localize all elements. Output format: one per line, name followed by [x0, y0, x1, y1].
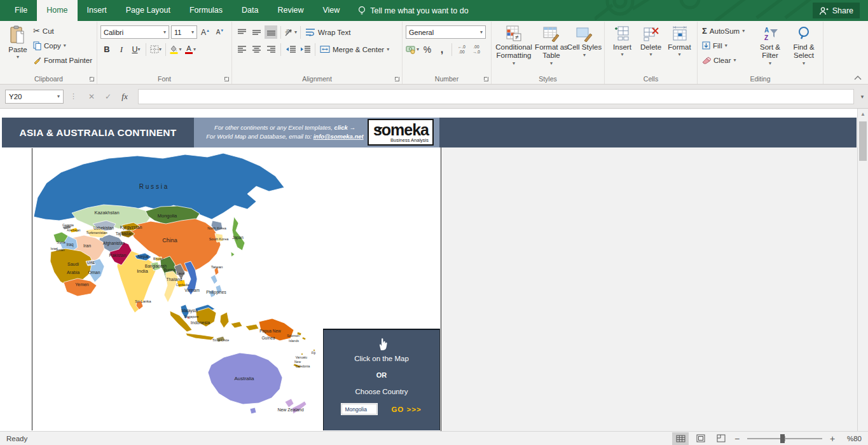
tab-formulas[interactable]: Formulas: [180, 0, 232, 21]
number-format-combo[interactable]: General▾: [406, 25, 486, 39]
map-label-timor-leste: Timor-Leste: [212, 338, 230, 342]
status-bar: Ready − + %80: [0, 431, 868, 445]
tab-home[interactable]: Home: [37, 0, 77, 21]
font-color-button[interactable]: A▾: [184, 43, 196, 56]
conditional-formatting-button[interactable]: ≠ Conditional Formatting▾: [495, 24, 533, 74]
formula-input[interactable]: [138, 89, 854, 104]
tab-view[interactable]: View: [313, 0, 349, 21]
fill-button[interactable]: Fill▾: [701, 38, 752, 53]
align-top-button[interactable]: [235, 25, 248, 39]
banner-email-link[interactable]: info@someka.net: [313, 133, 364, 140]
number-dialog-launcher[interactable]: [484, 77, 488, 81]
clear-button[interactable]: Clear▾: [701, 53, 752, 67]
sort-filter-button[interactable]: AZ Sort & Filter▾: [754, 24, 787, 74]
format-cells-label: Format: [668, 43, 691, 51]
normal-view-button[interactable]: [672, 432, 689, 445]
tab-page-layout[interactable]: Page Layout: [116, 0, 180, 21]
country-yemen[interactable]: [64, 278, 97, 296]
italic-button[interactable]: I: [115, 43, 128, 56]
hand-cursor-icon: [374, 336, 389, 351]
comma-icon: ,: [441, 44, 443, 55]
cut-button[interactable]: ✂Cut: [32, 24, 93, 38]
cell-styles-button[interactable]: Cell Styles▾: [570, 24, 599, 74]
wrap-text-button[interactable]: Wrap Text: [304, 25, 352, 39]
font-name-combo[interactable]: Calibri▾: [100, 25, 169, 39]
delete-cells-button[interactable]: Delete▾: [637, 24, 665, 74]
panel-or: OR: [376, 371, 387, 379]
format-cells-button[interactable]: Format▾: [665, 24, 694, 74]
bold-label: B: [104, 44, 109, 54]
increase-indent-button[interactable]: [299, 43, 312, 56]
expand-formula-bar-button[interactable]: ▾: [857, 93, 868, 100]
paste-button[interactable]: Paste ▾: [4, 24, 32, 67]
dropdown-arrow-icon: ▾: [480, 30, 483, 35]
alignment-dialog-launcher[interactable]: [395, 77, 399, 81]
map-label-fiji: Fiji: [312, 351, 315, 355]
bold-button[interactable]: B: [100, 43, 113, 56]
merge-center-button[interactable]: Merge & Center▾: [319, 42, 390, 57]
align-middle-button[interactable]: [250, 25, 263, 39]
zoom-in-button[interactable]: +: [829, 434, 836, 444]
tab-list: FileHomeInsertPage LayoutFormulasDataRev…: [5, 0, 349, 21]
scrollbar-thumb[interactable]: [859, 121, 867, 161]
align-left-button[interactable]: [235, 43, 248, 56]
name-box[interactable]: Y20▾: [5, 90, 64, 104]
align-center-button[interactable]: [250, 43, 263, 56]
country-dropdown[interactable]: Mongolia: [341, 404, 377, 414]
zoom-out-button[interactable]: −: [733, 434, 741, 444]
borders-button[interactable]: ▾: [149, 43, 162, 56]
comma-button[interactable]: ,: [436, 43, 448, 56]
divider: [280, 43, 281, 56]
dropdown-arrow-icon: ▾: [513, 61, 515, 66]
scroll-up-arrow[interactable]: ▲: [858, 109, 868, 120]
insert-function-button[interactable]: fx: [116, 92, 133, 102]
orientation-button[interactable]: ab▾: [284, 25, 297, 39]
insert-cells-button[interactable]: Insert▾: [608, 24, 637, 74]
decrease-indent-button[interactable]: [284, 43, 297, 56]
tab-insert[interactable]: Insert: [78, 0, 116, 21]
page-layout-view-button[interactable]: [692, 432, 709, 445]
map-label-syria: Syria: [57, 240, 65, 244]
increase-decimal-button[interactable]: ←.0.00: [455, 43, 468, 56]
cells-group: Insert▾ Delete▾ Format▾ Cells: [605, 22, 698, 84]
country-thailand[interactable]: [164, 271, 178, 303]
cut-label: Cut: [43, 27, 54, 35]
zoom-slider[interactable]: [747, 438, 822, 439]
find-select-icon: [796, 25, 811, 42]
font-size-combo[interactable]: 11▾: [171, 25, 197, 39]
increase-font-button[interactable]: A▲: [199, 25, 212, 39]
underline-button[interactable]: U▾: [130, 43, 142, 56]
zoom-slider-thumb[interactable]: [780, 434, 785, 443]
fill-color-button[interactable]: ▾: [169, 43, 182, 56]
tab-review[interactable]: Review: [268, 0, 313, 21]
banner-click-link[interactable]: click →: [334, 124, 355, 131]
align-bottom-button[interactable]: [265, 25, 277, 39]
map-label-japan: Japan: [232, 235, 244, 240]
tab-file[interactable]: File: [5, 0, 37, 21]
collapse-ribbon-button[interactable]: [854, 76, 862, 80]
lightbulb-icon: [358, 6, 366, 16]
decrease-decimal-button[interactable]: .00→.0: [470, 43, 483, 56]
format-painter-button[interactable]: Format Painter: [32, 53, 93, 67]
page-break-view-button[interactable]: [713, 432, 729, 445]
vertical-scrollbar[interactable]: ▲: [857, 109, 868, 431]
tell-me-box[interactable]: Tell me what you want to do: [358, 0, 468, 21]
copy-button[interactable]: Copy▾: [32, 38, 93, 53]
go-button[interactable]: GO >>>: [391, 406, 421, 413]
cancel-button[interactable]: ✕: [83, 92, 100, 101]
font-dialog-launcher[interactable]: [224, 77, 229, 81]
worksheet-area[interactable]: ASIA & AUSTRALIA CONTINENT For other con…: [0, 109, 868, 431]
share-button[interactable]: Share: [813, 3, 860, 18]
autosum-button[interactable]: ΣAutoSum▾: [701, 24, 752, 38]
clipboard-dialog-launcher[interactable]: [90, 77, 94, 81]
country-australia[interactable]: [208, 353, 282, 414]
align-right-button[interactable]: [265, 43, 277, 56]
decrease-font-button[interactable]: A▼: [214, 25, 226, 39]
format-as-table-button[interactable]: Format as Table▾: [533, 24, 570, 74]
percent-button[interactable]: %: [421, 43, 434, 56]
tab-data[interactable]: Data: [232, 0, 268, 21]
accounting-format-button[interactable]: ▾: [406, 43, 419, 56]
normal-view-icon: [676, 435, 685, 442]
enter-button[interactable]: ✓: [100, 92, 116, 101]
find-select-button[interactable]: Find & Select▾: [788, 24, 820, 74]
